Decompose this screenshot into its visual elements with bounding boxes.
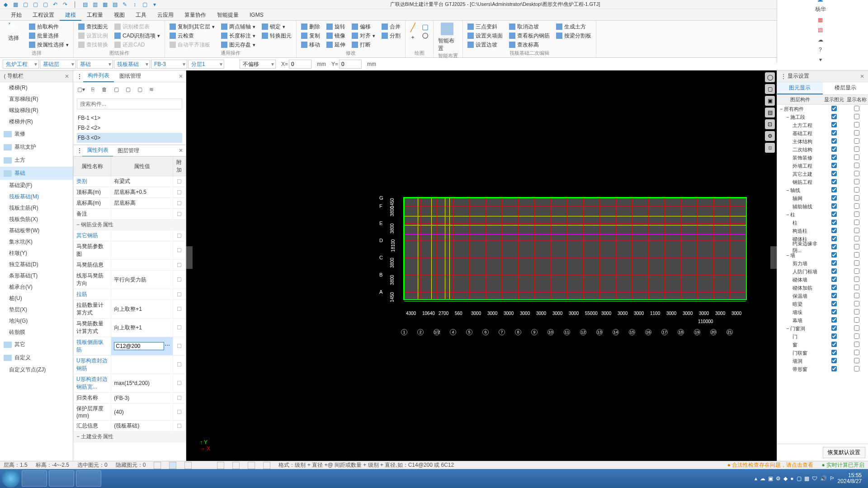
show-name-checkbox[interactable]	[854, 179, 859, 184]
status-warning[interactable]: ● 合法性检查存在问题，请点击查看	[727, 461, 814, 469]
tool-box-icon[interactable]: ▤	[765, 108, 775, 117]
nav-item[interactable]: 基础梁(F)	[0, 180, 73, 191]
qat-undo-icon[interactable]: ↶	[52, 1, 59, 8]
list-item[interactable]: FB-2 <2>	[77, 123, 182, 133]
tool-3d-icon[interactable]: ◯	[765, 72, 775, 82]
search-input[interactable]	[77, 99, 182, 109]
display-row[interactable]: 其它土建	[777, 170, 868, 178]
show-element-checkbox[interactable]	[831, 277, 837, 282]
display-row[interactable]: 剪力墙	[777, 259, 868, 267]
display-row[interactable]: 约束边缘非阴...	[777, 243, 868, 251]
b-icon[interactable]: ▢	[124, 86, 132, 93]
show-element-checkbox[interactable]	[831, 244, 837, 249]
align-btn[interactable]: 对齐▾	[352, 32, 375, 40]
tray-icon[interactable]: ●	[790, 475, 793, 482]
qat-c-icon[interactable]: ▦	[101, 1, 108, 8]
show-element-checkbox[interactable]	[831, 130, 837, 136]
copy-to-floor[interactable]: 复制到其它层▾	[170, 23, 215, 31]
show-element-checkbox[interactable]	[831, 155, 837, 160]
tab-igms[interactable]: IGMS	[244, 9, 269, 21]
qat-new-icon[interactable]: ▢	[22, 1, 29, 8]
select-button[interactable]: 选择	[5, 23, 23, 49]
qat-d-icon[interactable]: ▧	[111, 1, 118, 8]
delete-btn[interactable]: 删除	[301, 23, 320, 31]
tray-icon[interactable]: ▢	[797, 475, 802, 482]
tray-icon[interactable]: 🔊	[820, 475, 827, 482]
reset-defaults-button[interactable]: 恢复默认设置	[823, 447, 865, 458]
display-row[interactable]: 装饰装修	[777, 154, 868, 162]
table-row[interactable]: 线形马凳筋方向平行向受力筋☐	[74, 271, 186, 289]
display-row[interactable]: 幕墙	[777, 316, 868, 324]
split-by-beam[interactable]: 按梁分割板	[556, 32, 591, 40]
qat-save-icon[interactable]: ▢	[42, 1, 49, 8]
display-row[interactable]: 暗梁	[777, 300, 868, 308]
show-name-checkbox[interactable]	[854, 203, 859, 209]
table-row[interactable]: − 土建业务属性	[74, 432, 186, 442]
tool-focus-icon[interactable]: ⊡	[765, 119, 775, 129]
set-slope[interactable]: 设置边坡	[467, 41, 503, 49]
tab-start[interactable]: 开始	[5, 9, 27, 21]
show-name-checkbox[interactable]	[854, 138, 859, 144]
show-name-checkbox[interactable]	[854, 220, 859, 225]
gen-earthwork[interactable]: 生成土方	[556, 23, 591, 31]
display-row[interactable]: 辅助轴线	[777, 202, 868, 211]
tab-properties[interactable]: 属性列表	[82, 145, 113, 157]
table-row[interactable]: 底标高(m)层底标高☐	[74, 198, 186, 209]
show-name-checkbox[interactable]	[854, 106, 859, 111]
display-row[interactable]: 主体结构	[777, 137, 868, 145]
show-element-checkbox[interactable]	[831, 187, 837, 192]
tray-icon[interactable]: ☁	[760, 475, 765, 482]
display-row[interactable]: 墙洞	[777, 357, 868, 365]
task-item[interactable]	[76, 470, 101, 487]
batch-select[interactable]: 批量选择	[29, 32, 69, 40]
qat-b-icon[interactable]: ▥	[91, 1, 99, 8]
show-name-checkbox[interactable]	[854, 366, 859, 371]
display-row[interactable]: − 门窗洞	[777, 324, 868, 333]
spacer-icon[interactable]: ⋮	[77, 147, 82, 154]
show-element-checkbox[interactable]	[831, 342, 837, 347]
nav-category[interactable]: 土方	[0, 154, 73, 167]
nav-item[interactable]: 螺旋梯段(R)	[0, 105, 73, 116]
list-item[interactable]: FB-1 <1>	[77, 113, 182, 123]
new-icon[interactable]: ▢▾	[77, 86, 85, 93]
table-row[interactable]: 汇总信息(筏板基础)☐	[74, 421, 186, 432]
nav-item[interactable]: 桩承台(V)	[0, 282, 73, 293]
show-element-checkbox[interactable]	[831, 211, 837, 217]
tab-cloud[interactable]: 云应用	[152, 9, 179, 21]
table-row[interactable]: 归类名称(FB-3)☐	[74, 393, 186, 404]
spacer-icon[interactable]: ⋮	[781, 73, 786, 80]
show-element-checkbox[interactable]	[831, 350, 837, 355]
break-btn[interactable]: 打断	[352, 41, 375, 49]
show-element-checkbox[interactable]	[831, 301, 837, 306]
table-row[interactable]: U形构造封边钢筋宽...max(15*d,200)☐	[74, 374, 186, 393]
display-row[interactable]: 门	[777, 333, 868, 341]
panel-close-icon[interactable]: ✕	[179, 147, 186, 154]
tab-project[interactable]: 工程设置	[27, 9, 60, 21]
tab-quantity[interactable]: 工程量	[81, 9, 108, 21]
table-row[interactable]: U形构造封边钢筋☐	[74, 356, 186, 374]
table-row[interactable]: 类别有梁式☐	[74, 176, 186, 187]
view-rebar[interactable]: 查看板内钢筋	[509, 32, 550, 40]
close-icon[interactable]: ✕	[65, 73, 69, 80]
convert[interactable]: 转换图元	[262, 32, 292, 40]
tab-smart[interactable]: 智能提量	[212, 9, 244, 21]
qat-f-icon[interactable]: ↕	[131, 1, 138, 8]
display-row[interactable]: − 施工段	[777, 113, 868, 121]
plus-icon[interactable]: ＋	[410, 33, 415, 41]
expand-left[interactable]	[186, 246, 193, 269]
display-row[interactable]: 窗	[777, 341, 868, 349]
show-name-checkbox[interactable]	[854, 195, 859, 201]
display-row[interactable]: 墙垛	[777, 308, 868, 316]
spacer-icon[interactable]: ⋮	[77, 73, 82, 80]
show-element-checkbox[interactable]	[831, 179, 837, 184]
nav-category[interactable]: 基坑支护	[0, 141, 73, 154]
element-save[interactable]: 图元存盘▾	[221, 41, 255, 49]
display-row[interactable]: 门联窗	[777, 349, 868, 357]
tab-drawing-manage[interactable]: 图纸管理	[115, 70, 146, 82]
property-input[interactable]	[114, 342, 164, 350]
qat-select-icon[interactable]: ▦	[12, 1, 19, 8]
tray-icon[interactable]: ◆	[783, 475, 788, 482]
show-name-checkbox[interactable]	[854, 171, 859, 176]
drawing-canvas[interactable]: ◯ ▢ ▣ ▤ ⊡ ⚙ ⎅ GFEDCBA1450380038001810038…	[186, 70, 777, 461]
table-row[interactable]: 顶标高(m)层底标高+0.5☐	[74, 187, 186, 198]
